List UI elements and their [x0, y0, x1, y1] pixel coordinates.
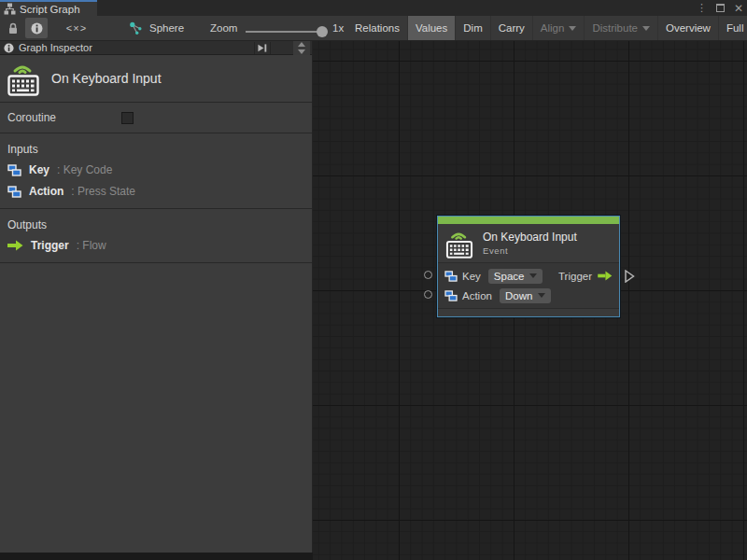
dock-panel-button[interactable] — [254, 42, 271, 54]
fullscreen-button[interactable]: Full Screen — [718, 16, 747, 40]
node-body: Key Space Trigger Actio — [438, 263, 619, 308]
outputs-section: Outputs Trigger : Flow — [0, 209, 312, 263]
chevron-down-icon — [642, 26, 650, 31]
node-row-action: Action Down — [438, 286, 619, 305]
code-icon: <×> — [66, 22, 87, 34]
graph-toolbar: <×> Sphere Zoom 1x Relations Values Dim … — [0, 16, 747, 41]
close-icon[interactable]: ✕ — [734, 3, 743, 14]
chevron-down-icon — [569, 26, 576, 31]
key-dropdown[interactable]: Space — [488, 269, 543, 284]
title-bar: Script Graph ⋮ ✕ — [0, 0, 747, 16]
node-footer — [438, 308, 619, 316]
coroutine-row: Coroutine — [0, 103, 312, 133]
value-port-icon — [7, 164, 21, 176]
value-port-icon — [444, 271, 458, 282]
info-icon — [4, 43, 14, 53]
keyboard-event-icon — [7, 61, 39, 96]
graph-target-icon — [129, 21, 143, 35]
action-dropdown[interactable]: Down — [500, 288, 551, 303]
maximize-icon[interactable] — [716, 4, 725, 12]
inspector-title: Graph Inspector — [19, 42, 92, 53]
action-input-port[interactable] — [424, 290, 432, 299]
trigger-label: Trigger — [558, 271, 592, 282]
outputs-header: Outputs — [7, 218, 312, 231]
unit-title: On Keyboard Input — [51, 71, 162, 86]
distribute-dropdown-button[interactable]: Distribute — [584, 16, 657, 40]
value-port-icon — [444, 290, 458, 301]
node-subtitle: Event — [483, 245, 577, 256]
keyboard-event-icon — [445, 229, 473, 259]
flow-arrow-icon — [598, 271, 613, 281]
inputs-section: Inputs Key : Key Code Action : Press Sta… — [0, 133, 312, 209]
graph-target-label[interactable]: Sphere — [149, 22, 184, 34]
node-row-key: Key Space Trigger — [438, 266, 619, 286]
window-menu-icon[interactable]: ⋮ — [697, 3, 707, 13]
lock-icon — [7, 22, 19, 35]
unit-title-section: On Keyboard Input — [0, 55, 312, 103]
zoom-label: Zoom — [210, 22, 237, 34]
info-icon — [31, 22, 43, 35]
on-keyboard-input-node[interactable]: On Keyboard Input Event Key Space Trigge… — [437, 216, 620, 317]
input-row-key: Key : Key Code — [7, 162, 312, 177]
coroutine-label: Coroutine — [7, 111, 56, 124]
arrow-down-icon — [298, 49, 305, 54]
dock-right-icon — [258, 44, 267, 52]
inputs-header: Inputs — [7, 143, 312, 156]
tab-script-graph[interactable]: Script Graph — [0, 0, 97, 16]
output-row-trigger: Trigger : Flow — [7, 238, 312, 253]
zoom-slider-track[interactable] — [246, 31, 324, 33]
key-label: Key — [462, 271, 481, 282]
graph-hierarchy-icon — [4, 3, 16, 15]
node-header[interactable]: On Keyboard Input Event — [438, 224, 619, 263]
flow-arrow-icon — [7, 240, 23, 251]
relations-button[interactable]: Relations — [347, 16, 407, 40]
lock-button[interactable] — [3, 18, 23, 38]
graph-inspector-panel: Graph Inspector — [0, 41, 313, 553]
trigger-output-port[interactable] — [625, 270, 635, 283]
zoom-value: 1x — [332, 22, 344, 34]
code-preview-button[interactable]: <×> — [58, 18, 95, 38]
input-row-action: Action : Press State — [7, 184, 312, 199]
dim-button[interactable]: Dim — [455, 16, 489, 40]
chevron-down-icon — [529, 273, 537, 278]
carry-button[interactable]: Carry — [490, 16, 532, 40]
tab-label: Script Graph — [20, 4, 80, 15]
action-label: Action — [462, 290, 492, 301]
panel-scroll-spinner[interactable] — [293, 41, 310, 55]
align-dropdown-button[interactable]: Align — [532, 16, 585, 40]
panel-bottom-strip — [0, 553, 313, 560]
values-button[interactable]: Values — [407, 16, 455, 40]
inspector-toggle-button[interactable] — [25, 18, 48, 38]
chevron-down-icon — [538, 293, 545, 298]
graph-canvas[interactable]: On Keyboard Input Event Key Space Trigge… — [313, 41, 747, 560]
node-title: On Keyboard Input — [483, 231, 577, 244]
overview-button[interactable]: Overview — [657, 16, 718, 40]
node-accent-bar — [438, 217, 619, 224]
inspector-header: Graph Inspector — [0, 41, 312, 55]
value-port-icon — [7, 186, 21, 198]
zoom-slider-handle[interactable] — [317, 26, 328, 37]
key-input-port[interactable] — [424, 271, 432, 279]
coroutine-checkbox[interactable] — [121, 112, 134, 124]
arrow-up-icon — [298, 42, 305, 47]
